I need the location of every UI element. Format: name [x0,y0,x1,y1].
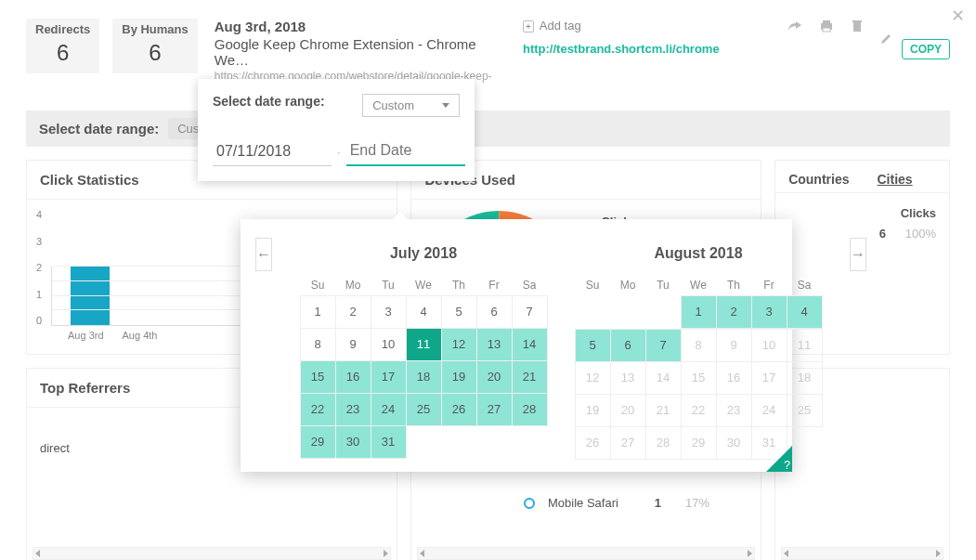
calendar-day[interactable]: 27 [476,393,513,426]
start-date-input[interactable] [213,137,332,166]
calendar-day[interactable]: 6 [476,295,513,329]
calendar-day[interactable]: 4 [406,295,442,329]
scrollbar[interactable] [33,547,391,560]
share-icon[interactable] [787,19,803,33]
browser-color-icon [524,498,535,509]
calendar-day[interactable]: 20 [476,360,513,394]
scrollbar[interactable] [781,547,943,560]
calendar-day: 23 [716,394,752,427]
calendar-dow: Mo [335,275,371,295]
close-icon[interactable]: ✕ [951,6,965,26]
calendar-day[interactable]: 18 [406,360,442,394]
calendar-day[interactable]: 4 [787,295,823,329]
svg-rect-4 [852,20,862,22]
calendar-day: 13 [610,361,646,395]
calendar-day[interactable]: 29 [300,425,336,459]
calendar-day: 22 [681,394,717,427]
calendar-day: 8 [681,329,717,362]
calendar-day[interactable]: 11 [406,328,442,361]
chevron-down-icon [442,103,449,108]
calendar-dow: Th [716,275,751,295]
calendar-day[interactable]: 21 [512,360,548,394]
link-date: Aug 3rd, 2018 [215,19,510,34]
calendar-dow: Th [441,275,476,295]
calendar-dow: Tu [371,275,406,295]
scrollbar[interactable] [417,547,755,560]
calendar-day[interactable]: 25 [406,393,442,426]
calendar-day: 9 [716,329,752,362]
plus-icon: + [523,20,534,33]
humans-label: By Humans [122,22,189,36]
link-title: Google Keep Chrome Extension - Chrome We… [215,36,510,68]
calendar-day: 30 [716,426,752,460]
svg-rect-1 [823,20,830,23]
calendar-day[interactable]: 3 [751,295,787,329]
date-range-popup: Select date range: Custom · [198,79,475,181]
calendar-day: 16 [716,361,752,395]
chart-y-axis: 43210 [36,209,46,326]
calendar-day: 26 [575,426,611,460]
calendar-dow: Sa [512,275,547,295]
svg-rect-3 [853,22,861,32]
calendar-dow: Mo [610,275,645,295]
calendar-day[interactable]: 19 [441,360,477,394]
calendar-day: 21 [645,394,682,427]
date-range-label: Select date range: [39,121,159,137]
calendar-dow: Sa [787,275,822,295]
copy-button[interactable]: COPY [902,39,950,59]
pencil-icon[interactable] [879,33,892,46]
calendar-dow: Su [300,275,335,295]
calendar-day[interactable]: 5 [441,295,477,329]
calendar-day: 11 [787,329,823,362]
calendar-day[interactable]: 23 [335,393,371,426]
end-date-input[interactable] [346,137,465,166]
calendar-day[interactable]: 2 [335,295,371,329]
calendar-day[interactable]: 31 [371,425,407,459]
calendar-day[interactable]: 22 [300,393,336,426]
calendar-day[interactable]: 1 [681,295,717,329]
prev-month-button[interactable]: ← [255,238,272,271]
calendar-day[interactable]: 10 [371,328,407,361]
calendar-day[interactable]: 1 [300,295,336,329]
calendar-day[interactable]: 8 [300,328,336,361]
calendar-day[interactable]: 28 [512,393,548,426]
short-url-link[interactable]: http://testbrand.shortcm.li/chrome [523,42,774,56]
calendar-dow: Su [575,275,610,295]
calendar-day[interactable]: 7 [512,295,548,329]
calendar-dow: Fr [476,275,512,295]
calendar-day[interactable]: 14 [512,328,548,361]
calendar-day[interactable]: 24 [371,393,407,426]
calendar-day[interactable]: 9 [335,328,371,361]
range-type-select[interactable]: Custom [362,94,460,117]
calendar-day: 29 [681,426,717,460]
calendar-day[interactable]: 3 [371,295,407,329]
tab-countries[interactable]: Countries [788,172,849,187]
next-month-button[interactable]: → [850,238,866,271]
calendar-day: 19 [575,394,611,427]
calendar-day: 14 [645,361,682,395]
calendar-day[interactable]: 17 [371,360,407,394]
calendar-day: 25 [787,394,823,427]
calendar-day[interactable]: 12 [441,328,477,361]
calendar-day[interactable]: 5 [575,329,611,362]
print-icon[interactable] [818,19,835,33]
calendar-day[interactable]: 2 [716,295,752,329]
trash-icon[interactable] [850,19,865,33]
date-range-bar: Select date range: Custom [26,111,950,147]
calendar-day[interactable]: 16 [335,360,371,394]
calendar-day[interactable]: 26 [441,393,477,426]
calendar-popup: ← July 2018 SuMoTuWeThFrSa12345678910111… [241,219,792,472]
help-icon[interactable]: ? [766,446,792,472]
calendar-day[interactable]: 15 [300,360,336,394]
tab-cities[interactable]: Cities [877,172,912,187]
calendar-day[interactable]: 7 [645,329,682,362]
redirects-label: Redirects [35,22,90,36]
calendar-day[interactable]: 30 [335,425,371,459]
calendar-day: 18 [787,361,823,395]
calendar-day: 27 [610,426,646,460]
calendar-day[interactable]: 6 [610,329,646,362]
add-tag-button[interactable]: +Add tag [523,19,774,33]
calendar-day[interactable]: 13 [476,328,513,361]
calendar-dow: Tu [645,275,681,295]
calendar-day: 28 [645,426,682,460]
